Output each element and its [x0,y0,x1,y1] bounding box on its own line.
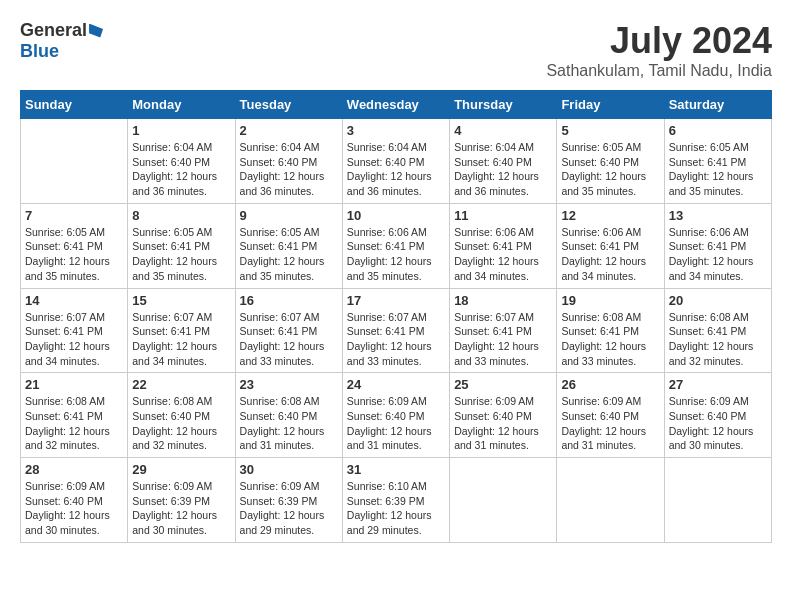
day-number: 27 [669,377,767,392]
day-info: Sunrise: 6:04 AMSunset: 6:40 PMDaylight:… [454,140,552,199]
day-info: Sunrise: 6:05 AMSunset: 6:40 PMDaylight:… [561,140,659,199]
calendar-cell: 26Sunrise: 6:09 AMSunset: 6:40 PMDayligh… [557,373,664,458]
logo-blue: Blue [20,41,59,62]
month-title: July 2024 [546,20,772,62]
calendar-cell: 4Sunrise: 6:04 AMSunset: 6:40 PMDaylight… [450,119,557,204]
day-number: 11 [454,208,552,223]
day-info: Sunrise: 6:06 AMSunset: 6:41 PMDaylight:… [561,225,659,284]
day-info: Sunrise: 6:09 AMSunset: 6:39 PMDaylight:… [132,479,230,538]
day-info: Sunrise: 6:04 AMSunset: 6:40 PMDaylight:… [347,140,445,199]
calendar-cell: 20Sunrise: 6:08 AMSunset: 6:41 PMDayligh… [664,288,771,373]
day-number: 26 [561,377,659,392]
header: General Blue July 2024 Sathankulam, Tami… [20,20,772,80]
day-number: 8 [132,208,230,223]
calendar-cell: 27Sunrise: 6:09 AMSunset: 6:40 PMDayligh… [664,373,771,458]
day-info: Sunrise: 6:08 AMSunset: 6:41 PMDaylight:… [25,394,123,453]
calendar-cell: 30Sunrise: 6:09 AMSunset: 6:39 PMDayligh… [235,458,342,543]
day-info: Sunrise: 6:05 AMSunset: 6:41 PMDaylight:… [240,225,338,284]
weekday-header-friday: Friday [557,91,664,119]
day-number: 22 [132,377,230,392]
calendar-cell: 28Sunrise: 6:09 AMSunset: 6:40 PMDayligh… [21,458,128,543]
calendar-cell: 18Sunrise: 6:07 AMSunset: 6:41 PMDayligh… [450,288,557,373]
day-number: 14 [25,293,123,308]
day-number: 1 [132,123,230,138]
calendar-cell [21,119,128,204]
calendar-cell [557,458,664,543]
day-info: Sunrise: 6:09 AMSunset: 6:40 PMDaylight:… [561,394,659,453]
weekday-header-monday: Monday [128,91,235,119]
day-number: 30 [240,462,338,477]
day-info: Sunrise: 6:07 AMSunset: 6:41 PMDaylight:… [240,310,338,369]
week-row-2: 7Sunrise: 6:05 AMSunset: 6:41 PMDaylight… [21,203,772,288]
day-info: Sunrise: 6:09 AMSunset: 6:40 PMDaylight:… [25,479,123,538]
day-info: Sunrise: 6:04 AMSunset: 6:40 PMDaylight:… [240,140,338,199]
weekday-header-saturday: Saturday [664,91,771,119]
day-info: Sunrise: 6:05 AMSunset: 6:41 PMDaylight:… [132,225,230,284]
calendar-cell: 15Sunrise: 6:07 AMSunset: 6:41 PMDayligh… [128,288,235,373]
day-info: Sunrise: 6:07 AMSunset: 6:41 PMDaylight:… [347,310,445,369]
day-number: 15 [132,293,230,308]
calendar-cell: 10Sunrise: 6:06 AMSunset: 6:41 PMDayligh… [342,203,449,288]
day-info: Sunrise: 6:09 AMSunset: 6:39 PMDaylight:… [240,479,338,538]
week-row-3: 14Sunrise: 6:07 AMSunset: 6:41 PMDayligh… [21,288,772,373]
day-number: 23 [240,377,338,392]
calendar-cell: 9Sunrise: 6:05 AMSunset: 6:41 PMDaylight… [235,203,342,288]
logo-general: General [20,20,87,41]
title-area: July 2024 Sathankulam, Tamil Nadu, India [546,20,772,80]
calendar-cell: 16Sunrise: 6:07 AMSunset: 6:41 PMDayligh… [235,288,342,373]
day-info: Sunrise: 6:08 AMSunset: 6:40 PMDaylight:… [240,394,338,453]
calendar-table: SundayMondayTuesdayWednesdayThursdayFrid… [20,90,772,543]
calendar-cell: 12Sunrise: 6:06 AMSunset: 6:41 PMDayligh… [557,203,664,288]
weekday-header-row: SundayMondayTuesdayWednesdayThursdayFrid… [21,91,772,119]
day-number: 17 [347,293,445,308]
calendar-cell: 2Sunrise: 6:04 AMSunset: 6:40 PMDaylight… [235,119,342,204]
logo: General Blue [20,20,103,62]
day-number: 28 [25,462,123,477]
day-info: Sunrise: 6:09 AMSunset: 6:40 PMDaylight:… [669,394,767,453]
calendar-cell: 11Sunrise: 6:06 AMSunset: 6:41 PMDayligh… [450,203,557,288]
day-number: 10 [347,208,445,223]
day-number: 5 [561,123,659,138]
day-info: Sunrise: 6:06 AMSunset: 6:41 PMDaylight:… [454,225,552,284]
day-info: Sunrise: 6:05 AMSunset: 6:41 PMDaylight:… [669,140,767,199]
day-number: 24 [347,377,445,392]
calendar-cell [664,458,771,543]
calendar-cell: 25Sunrise: 6:09 AMSunset: 6:40 PMDayligh… [450,373,557,458]
day-number: 29 [132,462,230,477]
week-row-4: 21Sunrise: 6:08 AMSunset: 6:41 PMDayligh… [21,373,772,458]
calendar-cell: 7Sunrise: 6:05 AMSunset: 6:41 PMDaylight… [21,203,128,288]
weekday-header-sunday: Sunday [21,91,128,119]
day-number: 25 [454,377,552,392]
calendar-cell: 6Sunrise: 6:05 AMSunset: 6:41 PMDaylight… [664,119,771,204]
day-info: Sunrise: 6:07 AMSunset: 6:41 PMDaylight:… [454,310,552,369]
week-row-5: 28Sunrise: 6:09 AMSunset: 6:40 PMDayligh… [21,458,772,543]
calendar-cell: 13Sunrise: 6:06 AMSunset: 6:41 PMDayligh… [664,203,771,288]
calendar-cell: 23Sunrise: 6:08 AMSunset: 6:40 PMDayligh… [235,373,342,458]
day-number: 2 [240,123,338,138]
calendar-cell: 17Sunrise: 6:07 AMSunset: 6:41 PMDayligh… [342,288,449,373]
day-info: Sunrise: 6:08 AMSunset: 6:40 PMDaylight:… [132,394,230,453]
calendar-cell: 21Sunrise: 6:08 AMSunset: 6:41 PMDayligh… [21,373,128,458]
calendar-cell: 19Sunrise: 6:08 AMSunset: 6:41 PMDayligh… [557,288,664,373]
day-info: Sunrise: 6:10 AMSunset: 6:39 PMDaylight:… [347,479,445,538]
weekday-header-thursday: Thursday [450,91,557,119]
week-row-1: 1Sunrise: 6:04 AMSunset: 6:40 PMDaylight… [21,119,772,204]
day-info: Sunrise: 6:07 AMSunset: 6:41 PMDaylight:… [25,310,123,369]
day-info: Sunrise: 6:06 AMSunset: 6:41 PMDaylight:… [347,225,445,284]
day-info: Sunrise: 6:08 AMSunset: 6:41 PMDaylight:… [669,310,767,369]
calendar-cell: 14Sunrise: 6:07 AMSunset: 6:41 PMDayligh… [21,288,128,373]
day-number: 16 [240,293,338,308]
day-number: 18 [454,293,552,308]
day-info: Sunrise: 6:09 AMSunset: 6:40 PMDaylight:… [347,394,445,453]
day-number: 9 [240,208,338,223]
calendar-cell: 29Sunrise: 6:09 AMSunset: 6:39 PMDayligh… [128,458,235,543]
day-info: Sunrise: 6:08 AMSunset: 6:41 PMDaylight:… [561,310,659,369]
weekday-header-wednesday: Wednesday [342,91,449,119]
calendar-cell: 31Sunrise: 6:10 AMSunset: 6:39 PMDayligh… [342,458,449,543]
day-number: 21 [25,377,123,392]
calendar-cell: 3Sunrise: 6:04 AMSunset: 6:40 PMDaylight… [342,119,449,204]
calendar-cell: 22Sunrise: 6:08 AMSunset: 6:40 PMDayligh… [128,373,235,458]
day-number: 6 [669,123,767,138]
calendar-cell: 8Sunrise: 6:05 AMSunset: 6:41 PMDaylight… [128,203,235,288]
day-info: Sunrise: 6:07 AMSunset: 6:41 PMDaylight:… [132,310,230,369]
